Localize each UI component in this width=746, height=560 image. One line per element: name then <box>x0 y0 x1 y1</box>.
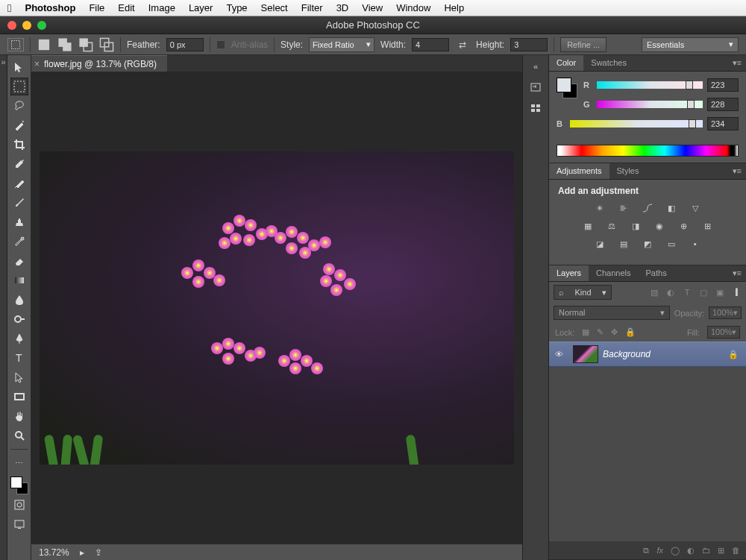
history-brush-tool[interactable] <box>10 233 28 251</box>
fg-swatch[interactable] <box>557 78 571 92</box>
dodge-tool[interactable] <box>10 310 28 328</box>
panel-menu-icon[interactable]: ▾≡ <box>728 55 746 71</box>
selective-color-icon[interactable]: ▪ <box>688 238 703 250</box>
lock-transparency-icon[interactable]: ▦ <box>582 327 589 337</box>
fill-input[interactable]: 100%▾ <box>707 326 740 339</box>
filter-type-icon[interactable]: T <box>682 288 692 298</box>
color-balance-icon[interactable]: ⚖ <box>604 220 619 232</box>
panel-menu-icon[interactable]: ▾≡ <box>728 265 746 281</box>
blur-tool[interactable] <box>10 291 28 309</box>
b-value-input[interactable] <box>707 117 739 130</box>
subtract-from-selection-icon[interactable] <box>78 38 93 51</box>
menu-edit[interactable]: Edit <box>118 2 134 13</box>
hand-tool[interactable] <box>10 407 28 425</box>
blend-mode-select[interactable]: Normal▾ <box>554 306 670 320</box>
type-tool[interactable]: T <box>10 349 28 367</box>
edit-toolbar-icon[interactable]: ⋯ <box>10 454 28 472</box>
brightness-contrast-icon[interactable]: ☀ <box>592 202 607 214</box>
panel-menu-icon[interactable]: ▾≡ <box>728 163 746 179</box>
left-collapse-strip[interactable]: » <box>0 55 7 560</box>
layer-thumbnail[interactable] <box>573 345 598 363</box>
eraser-tool[interactable] <box>10 252 28 270</box>
black-white-icon[interactable]: ◨ <box>628 220 643 232</box>
link-layers-icon[interactable]: ⧉ <box>643 546 649 556</box>
refine-edge-button[interactable]: Refine ... <box>560 37 606 52</box>
filter-shape-icon[interactable]: ▢ <box>698 288 709 298</box>
tab-paths[interactable]: Paths <box>639 265 674 281</box>
channel-mixer-icon[interactable]: ⊕ <box>676 220 691 232</box>
width-input[interactable] <box>412 38 449 51</box>
current-tool-indicator[interactable] <box>7 38 24 51</box>
zoom-level[interactable]: 13.72% <box>39 547 69 558</box>
feather-input[interactable] <box>166 38 204 51</box>
menu-image[interactable]: Image <box>148 2 175 13</box>
apple-menu-icon[interactable]:  <box>7 1 11 14</box>
lasso-tool[interactable] <box>10 97 28 115</box>
document-tab[interactable]: × flower.jpg @ 13.7% (RGB/8) <box>31 55 167 72</box>
zoom-window-button[interactable] <box>37 21 46 30</box>
menu-help[interactable]: Help <box>444 2 464 13</box>
b-slider[interactable] <box>570 120 703 128</box>
tab-layers[interactable]: Layers <box>549 265 589 281</box>
layer-filter-kind-select[interactable]: ⌕ Kind ▾ <box>554 285 612 300</box>
color-ramp[interactable] <box>557 145 739 157</box>
gradient-map-icon[interactable]: ▭ <box>664 238 679 250</box>
menu-3d[interactable]: 3D <box>336 2 349 13</box>
curves-icon[interactable] <box>640 202 655 214</box>
app-menu[interactable]: Photoshop <box>25 2 75 13</box>
magic-wand-tool[interactable] <box>10 116 28 134</box>
g-slider[interactable] <box>597 101 703 108</box>
rectangular-marquee-tool[interactable] <box>10 78 28 95</box>
opacity-input[interactable]: 100%▾ <box>709 306 742 319</box>
tab-adjustments[interactable]: Adjustments <box>549 163 609 179</box>
tab-swatches[interactable]: Swatches <box>583 55 634 71</box>
new-selection-icon[interactable] <box>37 38 51 51</box>
g-value-input[interactable] <box>707 98 739 111</box>
r-value-input[interactable] <box>707 78 739 92</box>
lock-pixels-icon[interactable]: ✎ <box>597 327 604 337</box>
color-fg-bg-swatches[interactable] <box>557 78 577 98</box>
new-layer-icon[interactable]: ⊞ <box>718 546 724 556</box>
filter-toggle-icon[interactable]: ⏽ <box>731 288 742 298</box>
menu-filter[interactable]: Filter <box>301 2 323 13</box>
close-tab-icon[interactable]: × <box>34 59 40 69</box>
menu-window[interactable]: Window <box>396 2 430 13</box>
menu-layer[interactable]: Layer <box>189 2 213 13</box>
history-panel-icon[interactable] <box>527 81 544 94</box>
delete-layer-icon[interactable]: 🗑 <box>732 546 740 555</box>
invert-icon[interactable]: ◪ <box>592 238 607 250</box>
menu-select[interactable]: Select <box>261 2 288 13</box>
close-window-button[interactable] <box>7 21 16 30</box>
move-tool[interactable] <box>10 58 28 76</box>
posterize-icon[interactable]: ▤ <box>616 238 631 250</box>
style-select[interactable]: Fixed Ratio▾ <box>309 37 374 52</box>
swap-width-height-icon[interactable]: ⇄ <box>455 38 470 51</box>
layer-visibility-icon[interactable]: 👁 <box>549 350 568 359</box>
vibrance-icon[interactable]: ▽ <box>688 202 703 214</box>
threshold-icon[interactable]: ◩ <box>640 238 655 250</box>
r-slider[interactable] <box>597 81 703 89</box>
gradient-tool[interactable] <box>10 271 28 289</box>
color-lookup-icon[interactable]: ⊞ <box>700 220 715 232</box>
tab-color[interactable]: Color <box>549 55 583 71</box>
crop-tool[interactable] <box>10 136 28 154</box>
foreground-background-colors[interactable] <box>10 476 28 494</box>
path-selection-tool[interactable] <box>10 368 28 386</box>
height-input[interactable] <box>510 38 548 51</box>
canvas[interactable] <box>31 72 522 544</box>
tab-styles[interactable]: Styles <box>609 163 647 179</box>
layer-locked-icon[interactable]: 🔒 <box>728 350 746 359</box>
brush-tool[interactable] <box>10 194 28 212</box>
menu-view[interactable]: View <box>362 2 383 13</box>
photo-filter-icon[interactable]: ◉ <box>652 220 667 232</box>
status-share-icon[interactable]: ⇪ <box>95 547 102 558</box>
layer-fx-icon[interactable]: fx <box>656 546 663 555</box>
filter-smart-icon[interactable]: ▣ <box>715 288 725 298</box>
exposure-icon[interactable]: ◧ <box>664 202 679 214</box>
workspace-select[interactable]: Essentials▾ <box>642 37 739 52</box>
filter-pixel-icon[interactable]: ▧ <box>649 288 659 298</box>
eyedropper-tool[interactable] <box>10 155 28 173</box>
add-to-selection-icon[interactable] <box>57 38 72 51</box>
new-adjustment-layer-icon[interactable]: ◐ <box>687 546 695 556</box>
filter-adjustment-icon[interactable]: ◐ <box>665 288 676 298</box>
